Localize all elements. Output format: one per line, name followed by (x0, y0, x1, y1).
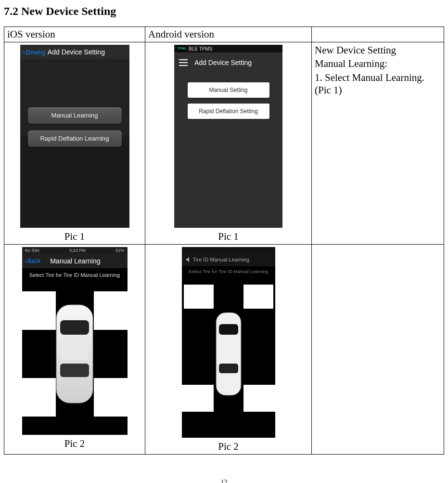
ios-subtitle-2: Select Tire for Tire ID Manual Learning (22, 268, 128, 282)
caption-ios-pic1: Pic 1 (7, 231, 142, 243)
tire-rear-left-a[interactable] (182, 385, 214, 412)
android-title-text: Add Device Setting (194, 59, 252, 66)
tire-rear-left[interactable] (22, 378, 56, 417)
header-ios: iOS version (4, 27, 145, 42)
svg-rect-2 (60, 364, 89, 377)
android-statusbar-app: BLE TPMS (189, 46, 212, 52)
car-icon (52, 301, 97, 407)
hamburger-icon[interactable] (179, 59, 188, 66)
rapid-deflation-learning-button[interactable]: Rapid Deflation Learning (28, 131, 122, 147)
ios-screenshot-2: No SIM 5:24 PM 52% ‹ Back Manual Learnin… (22, 247, 128, 435)
instructions-row1: New Device Setting Manual Learning: 1. S… (312, 42, 444, 245)
car-icon (214, 311, 243, 397)
manual-learning-button[interactable]: Manual Learning (28, 107, 122, 124)
tire-selector-android (182, 277, 275, 431)
manual-setting-button[interactable]: Manual Setting (188, 82, 269, 98)
caption-ios-pic2: Pic 2 (7, 438, 142, 450)
instr-line1: New Device Setting (315, 44, 441, 56)
svg-rect-6 (219, 364, 238, 373)
cell-ios-pic2: No SIM 5:24 PM 52% ‹ Back Manual Learnin… (4, 245, 145, 455)
tire-front-left-a[interactable] (184, 285, 214, 309)
ios-navbar-title-2: Manual Learning (26, 257, 124, 265)
tpms-icon: TPMS (177, 46, 186, 52)
tire-front-left[interactable] (22, 291, 56, 330)
android-subtitle-2: Select Tire for Tire ID Manual Learning (182, 266, 275, 277)
android-statusbar: TPMS BLE TPMS (174, 45, 282, 52)
tire-selector (22, 282, 128, 426)
tire-front-right[interactable] (94, 291, 128, 330)
cell-ios-pic1: ‹ Driving Add Device Setting Manual Lear… (4, 42, 145, 245)
android-screenshot-1: TPMS BLE TPMS Add Device Setting Manual … (174, 45, 282, 228)
instr-line2: Manual Learning: (315, 57, 441, 70)
caption-android-pic1: Pic 1 (148, 231, 308, 243)
ios-statusbar: No SIM 5:24 PM 52% (22, 247, 128, 254)
ios-navbar-2: ‹ Back Manual Learning (22, 254, 128, 268)
android-navbar-2: Tire ID Manual Learning (182, 253, 275, 266)
tire-rear-right-a[interactable] (243, 385, 275, 412)
android-titlebar: Add Device Setting (174, 52, 282, 73)
android-screenshot-2: Tire ID Manual Learning Select Tire for … (182, 247, 275, 438)
tire-front-right-a[interactable] (243, 285, 273, 309)
ios-status-battery: 52% (115, 248, 124, 253)
instr-line3: 1. Select Manual Learning. (Pic 1) (315, 71, 441, 97)
svg-rect-3 (61, 339, 88, 360)
android-statusbar-2 (182, 247, 275, 253)
ios-status-carrier: No SIM (25, 248, 39, 253)
header-empty (312, 27, 444, 42)
back-arrow-icon[interactable] (186, 257, 189, 262)
android-nav-title-2: Tire ID Manual Learning (193, 257, 250, 262)
cell-android-pic1: TPMS BLE TPMS Add Device Setting Manual … (145, 42, 312, 245)
rapid-deflation-setting-button[interactable]: Rapid Deflation Setting (188, 104, 269, 119)
caption-android-pic2: Pic 2 (148, 441, 308, 453)
ios-navbar: ‹ Driving Add Device Setting (20, 45, 129, 59)
cell-android-pic2: Tire ID Manual Learning Select Tire for … (145, 245, 312, 455)
ios-status-time: 5:24 PM (69, 248, 86, 253)
chevron-left-icon: ‹ (23, 49, 25, 56)
svg-rect-5 (219, 324, 238, 335)
page-heading: 7.2 New Device Setting (4, 5, 444, 18)
page-number: 12 (4, 479, 444, 483)
svg-rect-1 (60, 320, 89, 335)
header-android: Android version (145, 27, 312, 42)
ios-navbar-title: Add Device Setting (26, 48, 126, 56)
layout-table: iOS version Android version ‹ Driving Ad… (4, 26, 444, 455)
ios-screenshot-1: ‹ Driving Add Device Setting Manual Lear… (20, 45, 129, 228)
instructions-row2-empty (312, 245, 444, 455)
tire-rear-right[interactable] (94, 378, 128, 417)
